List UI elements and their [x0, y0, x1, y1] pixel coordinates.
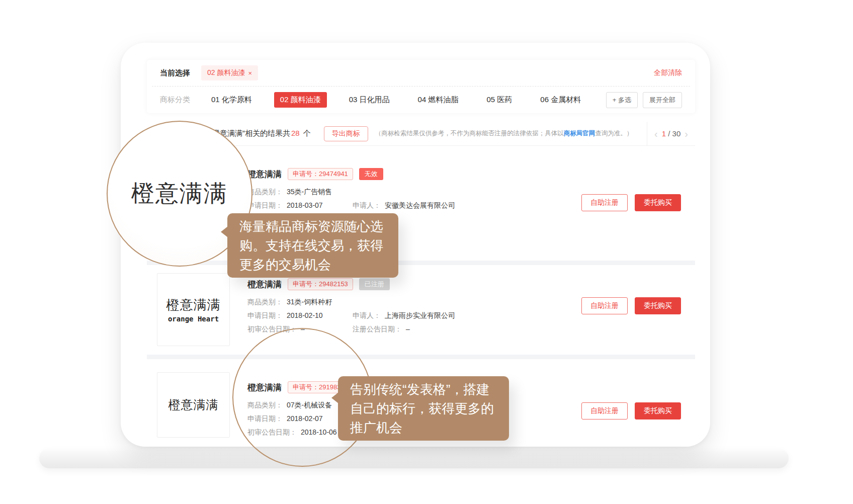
multi-select-button[interactable]: + 多选: [606, 92, 638, 108]
trademark-image-text: 橙意满满: [166, 296, 221, 314]
close-icon[interactable]: ×: [248, 69, 252, 77]
title-line: 橙意满满 申请号：29474941 无效: [247, 168, 584, 180]
prev-page-icon[interactable]: ‹: [654, 129, 658, 139]
field-label: 注册公告日期：: [353, 325, 402, 333]
selected-category-chip-label: 02 颜料油漆: [207, 68, 245, 77]
trademark-image-3: 橙意满满: [157, 372, 230, 438]
field-row: 商品类别：31类-饲料种籽: [247, 295, 584, 309]
application-number-badge: 申请号：29474941: [288, 168, 353, 180]
category-row: 商标分类 01 化学原料 02 颜料油漆 03 日化用品 04 燃料油脂 05 …: [147, 87, 695, 113]
category-actions: + 多选 展开全部: [606, 92, 682, 108]
field-value: 35类-广告销售: [287, 188, 332, 196]
category-bar-label: 商标分类: [160, 95, 190, 105]
field-label: 商品类别：: [247, 188, 283, 196]
field-label: 申请人：: [353, 201, 381, 209]
entrust-purchase-button[interactable]: 委托购买: [635, 402, 681, 419]
trademark-name[interactable]: 橙意满满: [247, 279, 282, 290]
entrust-purchase-button[interactable]: 委托购买: [635, 194, 681, 211]
field-value: 31类-饲料种籽: [287, 298, 332, 306]
filter-card: 当前选择 02 颜料油漆 × 全部清除 商标分类 01 化学原料 02 颜料油漆…: [147, 60, 695, 113]
tooltip-marketplace: 海量精品商标资源随心选购。支持在线交易，获得更多的交易机会: [227, 213, 398, 278]
field-label: 申请日期：: [247, 201, 283, 209]
results-count: 28: [291, 129, 300, 137]
category-item-04[interactable]: 04 燃料油脂: [412, 92, 465, 108]
result-details-1: 橙意满满 申请号：29474941 无效 商品类别：35类-广告销售 申请日期：…: [247, 146, 584, 212]
selected-category-chip[interactable]: 02 颜料油漆 ×: [201, 65, 258, 80]
self-register-button[interactable]: 自助注册: [581, 402, 628, 419]
page-separator: /: [668, 129, 670, 138]
field-label: 申请人：: [353, 311, 381, 319]
field-row: 申请日期：2018-03-07 申请人：安徽美达会展有限公司: [247, 199, 584, 212]
current-page: 1: [662, 129, 666, 138]
row-actions: 自助注册 委托购买: [581, 297, 681, 314]
field-label: 商品类别：: [247, 298, 283, 306]
application-number-value: 29482153: [319, 280, 348, 288]
row-actions: 自助注册 委托购买: [581, 402, 681, 419]
title-line: 橙意满满 申请号：29482153 已注册: [247, 278, 584, 290]
trademark-image-subtext: orange Heart: [168, 315, 219, 323]
field-value: 安徽美达会展有限公司: [385, 201, 455, 209]
tooltip-promotion: 告别传统“发表格”，搭建自己的标行，获得更多的推广机会: [338, 376, 509, 441]
trademark-image-text: 橙意满满: [168, 397, 219, 413]
application-number-label: 申请号：: [293, 280, 319, 288]
field-row: 申请日期：2018-02-10 申请人：上海雨步实业有限公司: [247, 309, 584, 322]
field-label: 申请日期：: [247, 311, 283, 319]
total-pages: 30: [672, 129, 681, 138]
trademark-office-link[interactable]: 商标局官网: [564, 130, 595, 137]
self-register-button[interactable]: 自助注册: [581, 194, 628, 211]
results-count-unit: 个: [303, 129, 311, 137]
laptop-base: [39, 448, 789, 468]
application-number-label: 申请号：: [293, 170, 319, 178]
trademark-name[interactable]: 橙意满满: [247, 169, 282, 180]
disclaimer-text: （商标检索结果仅供参考，不作为商标能否注册的法律依据；具体以商标局官网查询为准。…: [375, 129, 633, 138]
field-value: 上海雨步实业有限公司: [385, 311, 455, 319]
field-value: 2018-03-07: [287, 201, 323, 209]
clear-all-link[interactable]: 全部清除: [654, 68, 682, 77]
export-trademarks-button[interactable]: 导出商标: [324, 126, 368, 141]
disclaimer-post: 查询为准。）: [595, 130, 633, 137]
field-row: 商品类别：35类-广告销售: [247, 185, 584, 199]
status-badge-invalid: 无效: [359, 168, 383, 180]
self-register-button[interactable]: 自助注册: [581, 297, 628, 314]
category-item-02-selected[interactable]: 02 颜料油漆: [274, 92, 327, 108]
disclaimer-pre: （商标检索结果仅供参考，不作为商标能否注册的法律依据；具体以: [375, 130, 564, 137]
category-item-03[interactable]: 03 日化用品: [343, 92, 396, 108]
magnified-trademark-text: 橙意满满: [131, 178, 228, 209]
status-badge-registered: 已注册: [359, 278, 390, 290]
pagination: ‹ 1 / 30 ›: [647, 122, 695, 145]
category-item-05[interactable]: 05 医药: [480, 92, 518, 108]
row-gap: [147, 355, 695, 359]
page: 当前选择 02 颜料油漆 × 全部清除 商标分类 01 化学原料 02 颜料油漆…: [0, 0, 853, 504]
field-value: –: [406, 325, 410, 333]
current-selection-row: 当前选择 02 颜料油漆 × 全部清除: [147, 60, 695, 86]
next-page-icon[interactable]: ›: [685, 129, 688, 139]
category-item-01[interactable]: 01 化学原料: [205, 92, 258, 108]
trademark-image-2: 橙意满满 orange Heart: [157, 273, 230, 346]
current-selection-label: 当前选择: [160, 68, 190, 78]
entrust-purchase-button[interactable]: 委托购买: [635, 297, 681, 314]
field-value: 2018-02-10: [287, 311, 323, 319]
result-row-2: 橙意满满 orange Heart 橙意满满 申请号：29482153 已注册 …: [147, 265, 695, 355]
application-number-value: 29474941: [319, 170, 348, 178]
expand-all-button[interactable]: 展开全部: [643, 92, 682, 108]
application-number-badge: 申请号：29482153: [288, 278, 353, 290]
row-actions: 自助注册 委托购买: [581, 194, 681, 211]
category-item-06[interactable]: 06 金属材料: [534, 92, 587, 108]
